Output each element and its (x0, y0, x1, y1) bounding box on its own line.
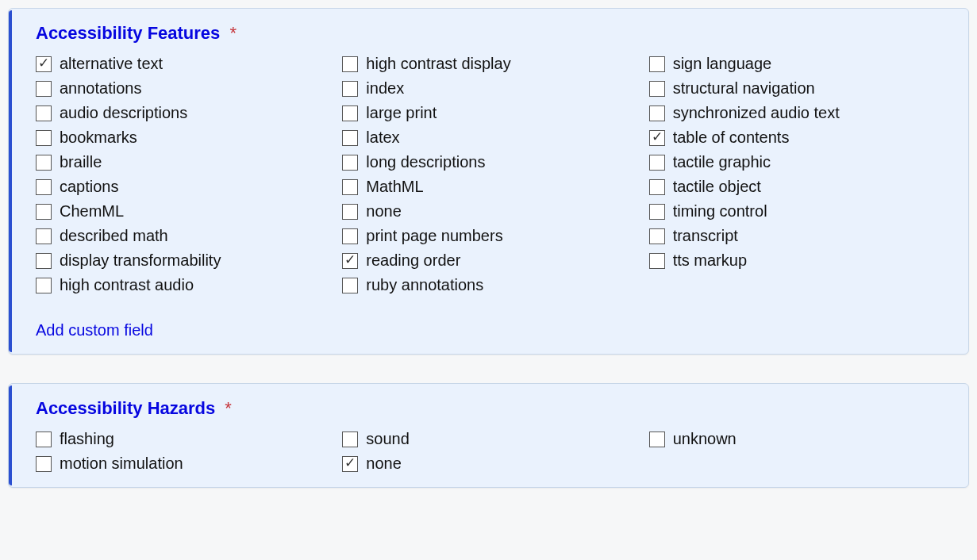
checkbox-icon[interactable] (342, 204, 358, 220)
checkbox-label: annotations (60, 79, 141, 98)
panel-title: Accessibility Hazards * (36, 398, 946, 419)
feature-option[interactable]: tactile graphic (649, 153, 946, 171)
feature-option[interactable]: display transformability (36, 251, 333, 270)
feature-option[interactable]: alternative text (36, 55, 333, 73)
checkbox-icon[interactable] (342, 179, 358, 195)
required-mark: * (225, 398, 232, 418)
checkbox-label: motion simulation (60, 455, 183, 473)
checkbox-label: index (366, 79, 404, 98)
feature-option[interactable]: high contrast audio (36, 276, 333, 294)
add-custom-field-link[interactable]: Add custom field (36, 321, 153, 339)
hazard-option[interactable]: none (342, 455, 639, 473)
checkbox-label: described math (60, 227, 168, 245)
checkbox-icon[interactable] (36, 56, 52, 72)
hazard-option[interactable]: unknown (649, 430, 946, 448)
checkbox-icon[interactable] (342, 456, 358, 472)
feature-option[interactable]: braille (36, 153, 333, 171)
feature-option[interactable]: latex (342, 128, 639, 147)
checkbox-icon[interactable] (36, 432, 52, 447)
panel-title: Accessibility Features * (36, 23, 946, 44)
hazard-option[interactable]: flashing (36, 430, 333, 448)
checkbox-icon[interactable] (649, 179, 665, 195)
feature-option[interactable]: index (342, 79, 639, 98)
checkbox-label: none (366, 202, 402, 221)
feature-option[interactable]: large print (342, 104, 639, 122)
checkbox-icon[interactable] (649, 105, 665, 121)
checkbox-icon[interactable] (649, 228, 665, 244)
feature-option[interactable]: structural navigation (649, 79, 946, 98)
feature-option[interactable]: high contrast display (342, 55, 639, 73)
feature-option[interactable]: ruby annotations (342, 276, 639, 294)
feature-option[interactable]: synchronized audio text (649, 104, 946, 122)
required-mark: * (229, 23, 237, 43)
hazard-option[interactable]: sound (342, 430, 639, 448)
checkbox-label: large print (366, 104, 437, 122)
feature-option[interactable]: long descriptions (342, 153, 639, 171)
checkbox-icon[interactable] (649, 81, 665, 97)
checkbox-label: table of contents (673, 128, 790, 147)
checkbox-label: tts markup (673, 251, 747, 270)
checkbox-icon[interactable] (342, 105, 358, 121)
checkbox-icon[interactable] (36, 105, 52, 121)
feature-option[interactable]: transcript (649, 227, 946, 245)
feature-option[interactable]: none (342, 202, 639, 221)
feature-option[interactable]: timing control (649, 202, 946, 221)
accessibility-features-panel: Accessibility Features * alternative tex… (8, 8, 969, 355)
checkbox-icon[interactable] (342, 253, 358, 269)
checkbox-icon[interactable] (342, 130, 358, 146)
feature-option[interactable]: reading order (342, 251, 639, 270)
checkbox-icon[interactable] (649, 432, 665, 447)
feature-option[interactable]: tts markup (649, 251, 946, 270)
feature-option[interactable]: bookmarks (36, 128, 333, 147)
feature-option[interactable]: ChemML (36, 202, 333, 221)
checkbox-label: ruby annotations (366, 276, 483, 294)
checkbox-label: flashing (60, 430, 114, 448)
checkbox-label: tactile graphic (673, 153, 771, 171)
checkbox-label: alternative text (60, 55, 163, 73)
checkbox-label: high contrast display (366, 55, 510, 73)
checkbox-label: print page numbers (366, 227, 502, 245)
checkbox-label: audio descriptions (60, 104, 187, 122)
checkbox-icon[interactable] (36, 179, 52, 195)
checkbox-icon[interactable] (342, 432, 358, 447)
checkbox-icon[interactable] (36, 278, 52, 293)
checkbox-icon[interactable] (649, 204, 665, 220)
feature-option[interactable]: sign language (649, 55, 946, 73)
feature-option[interactable]: print page numbers (342, 227, 639, 245)
checkbox-label: synchronized audio text (673, 104, 840, 122)
features-checkbox-grid: alternative textannotationsaudio descrip… (36, 55, 946, 294)
checkbox-icon[interactable] (342, 228, 358, 244)
checkbox-label: braille (60, 153, 102, 171)
checkbox-icon[interactable] (342, 155, 358, 171)
checkbox-icon[interactable] (36, 81, 52, 97)
checkbox-icon[interactable] (36, 155, 52, 171)
panel-title-text: Accessibility Features (36, 23, 220, 43)
checkbox-icon[interactable] (342, 81, 358, 97)
checkbox-icon[interactable] (649, 130, 665, 146)
checkbox-icon[interactable] (36, 228, 52, 244)
hazard-option[interactable]: motion simulation (36, 455, 333, 473)
checkbox-label: timing control (673, 202, 767, 221)
feature-option[interactable]: annotations (36, 79, 333, 98)
feature-option[interactable]: tactile object (649, 178, 946, 196)
checkbox-icon[interactable] (649, 56, 665, 72)
checkbox-icon[interactable] (649, 155, 665, 171)
checkbox-label: ChemML (60, 202, 124, 221)
checkbox-label: MathML (366, 178, 423, 196)
checkbox-label: reading order (366, 251, 460, 270)
checkbox-icon[interactable] (36, 253, 52, 269)
checkbox-icon[interactable] (36, 130, 52, 146)
checkbox-label: unknown (673, 430, 737, 448)
checkbox-label: captions (60, 178, 119, 196)
checkbox-icon[interactable] (36, 204, 52, 220)
feature-option[interactable]: audio descriptions (36, 104, 333, 122)
checkbox-icon[interactable] (342, 278, 358, 293)
feature-option[interactable]: captions (36, 178, 333, 196)
hazards-checkbox-grid: flashingmotion simulationsoundnoneunknow… (36, 430, 946, 473)
feature-option[interactable]: table of contents (649, 128, 946, 147)
checkbox-icon[interactable] (649, 253, 665, 269)
checkbox-icon[interactable] (342, 56, 358, 72)
feature-option[interactable]: described math (36, 227, 333, 245)
feature-option[interactable]: MathML (342, 178, 639, 196)
checkbox-icon[interactable] (36, 456, 52, 472)
